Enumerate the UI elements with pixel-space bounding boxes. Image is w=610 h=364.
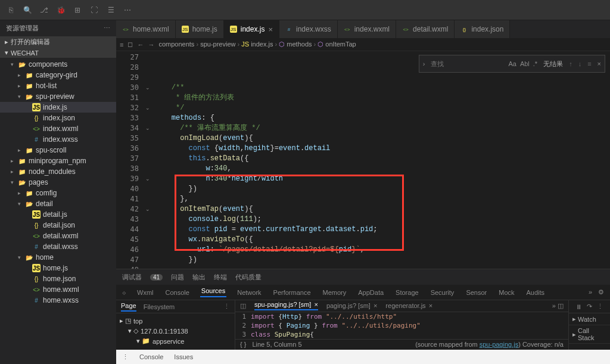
more-icon[interactable]: » bbox=[589, 288, 592, 296]
sidebar-toggle-icon[interactable]: ◫ bbox=[240, 302, 246, 310]
devtools-tab[interactable]: Storage bbox=[394, 289, 420, 296]
editor-tab[interactable]: <>home.wxml bbox=[116, 20, 176, 38]
breadcrumb-item[interactable]: components bbox=[158, 41, 194, 48]
source-tree-item[interactable]: ▾ ◇127.0.0.1:19138 bbox=[120, 326, 231, 336]
util1-icon[interactable]: ⛶ bbox=[87, 3, 101, 17]
tree-item[interactable]: ▾📂detail bbox=[0, 198, 116, 209]
debug-section[interactable]: ▸Call Stack bbox=[569, 325, 610, 344]
devtools-tab[interactable]: Performance bbox=[272, 289, 312, 296]
tree-item[interactable]: <>detail.wxml bbox=[0, 231, 116, 241]
tree-item[interactable]: ▸📁node_modules bbox=[0, 166, 116, 177]
editor-tab[interactable]: JShome.js bbox=[176, 20, 224, 38]
code-editor[interactable]: 2728293031323334353637383940414243444546… bbox=[116, 51, 610, 269]
tree-item[interactable]: ▾📂pages bbox=[0, 177, 116, 188]
debug-icon[interactable]: 🐞 bbox=[54, 3, 68, 17]
tree-item[interactable]: JSdetail.js bbox=[0, 209, 116, 220]
tree-item[interactable]: {}detail.json bbox=[0, 220, 116, 231]
tree-item[interactable]: ▾📂components bbox=[0, 59, 116, 70]
panel-tab[interactable]: 问题 bbox=[171, 273, 184, 282]
settings-icon[interactable]: ⚙ bbox=[598, 288, 604, 296]
project-header[interactable]: ▾ WECHAT bbox=[0, 48, 116, 58]
files-icon[interactable]: ⎘ bbox=[4, 3, 18, 17]
editor-tab[interactable]: JSindex.js× bbox=[224, 20, 279, 38]
tree-item[interactable]: ▸📁spu-scroll bbox=[0, 145, 116, 155]
tree-item[interactable]: ▾📂home bbox=[0, 252, 116, 263]
devtools-tab[interactable]: Sensor bbox=[465, 289, 488, 296]
step-over-icon[interactable]: ↷ bbox=[587, 303, 592, 310]
breadcrumb-item[interactable]: ⬡ onItemTap bbox=[318, 41, 356, 48]
devtools-tab[interactable]: Audits bbox=[525, 289, 546, 296]
debug-section[interactable]: ▸Watch bbox=[569, 313, 610, 325]
source-file-tab[interactable]: paging.js? [sm] × bbox=[326, 302, 377, 309]
tree-item[interactable]: #home.wxss bbox=[0, 295, 116, 306]
close-icon[interactable]: × bbox=[314, 301, 318, 308]
explorer-more-icon[interactable]: ⋯ bbox=[104, 24, 110, 32]
tree-item[interactable]: {}home.json bbox=[0, 273, 116, 284]
explorer-title: 资源管理器 bbox=[6, 24, 39, 33]
devtools-tab[interactable]: Network bbox=[236, 289, 262, 296]
filesystem-tab[interactable]: Filesystem bbox=[144, 303, 175, 310]
editor-tab[interactable]: <>detail.wxml bbox=[396, 20, 455, 38]
more-icon[interactable]: » ◫ bbox=[552, 302, 564, 310]
tree-item[interactable]: {}index.json bbox=[0, 113, 116, 123]
tree-item[interactable]: <>home.wxml bbox=[0, 284, 116, 295]
tree-item[interactable]: ▸📁category-gird bbox=[0, 70, 116, 80]
devtools-tab[interactable]: AppData bbox=[357, 289, 385, 296]
source-tree-item[interactable]: ▸ ◳top bbox=[120, 316, 231, 326]
breadcrumb-item[interactable]: spu-preview bbox=[200, 41, 235, 48]
devtools-tab[interactable]: Sources bbox=[200, 287, 226, 297]
source-file-tab[interactable]: spu-paging.js? [sm] × bbox=[254, 301, 318, 310]
devtools-tab[interactable]: Wxml bbox=[136, 289, 155, 296]
util2-icon[interactable]: ☰ bbox=[104, 3, 118, 17]
editor-tab[interactable]: #index.wxss bbox=[279, 20, 338, 38]
folder-icon: 📁 bbox=[25, 71, 33, 79]
list-icon[interactable]: ≡ bbox=[120, 41, 123, 48]
tree-item[interactable]: #detail.wxss bbox=[0, 241, 116, 252]
inspect-icon[interactable]: ⟐ bbox=[122, 289, 126, 296]
issues-tab[interactable]: Issues bbox=[174, 353, 193, 360]
panel-tab[interactable]: 代码质量 bbox=[235, 273, 262, 282]
devtools-tab[interactable]: Console bbox=[164, 289, 191, 296]
breadcrumb-item[interactable]: JS index.js bbox=[241, 41, 273, 48]
close-icon[interactable]: × bbox=[268, 25, 273, 34]
braces-icon[interactable]: { } bbox=[240, 341, 246, 348]
close-icon[interactable]: × bbox=[374, 302, 377, 309]
back-icon[interactable]: ← bbox=[137, 41, 144, 48]
panel-tab[interactable]: 调试器 bbox=[122, 273, 142, 282]
pause-icon[interactable]: ⏸ bbox=[575, 303, 582, 310]
source-tree-item[interactable]: ▾ 📁appservice bbox=[120, 336, 231, 346]
git-icon[interactable]: ⎇ bbox=[37, 3, 51, 17]
forward-icon[interactable]: → bbox=[148, 41, 154, 48]
drawer-toggle-icon[interactable]: ⋮ bbox=[122, 353, 129, 361]
open-editors-header[interactable]: ▸ 打开的编辑器 bbox=[0, 36, 116, 48]
page-tab[interactable]: Page bbox=[121, 302, 136, 312]
tree-item[interactable]: <>index.wxml bbox=[0, 123, 116, 134]
tree-item[interactable]: JSindex.js bbox=[0, 102, 116, 113]
source-file-tab[interactable]: regenerator.js × bbox=[385, 302, 432, 309]
more-icon[interactable]: ⋮ bbox=[223, 303, 230, 310]
editor-tab[interactable]: {}index.json bbox=[455, 20, 510, 38]
panel-tab[interactable]: 输出 bbox=[192, 273, 206, 282]
console-tab[interactable]: Console bbox=[139, 353, 163, 360]
close-icon[interactable]: × bbox=[429, 302, 432, 309]
editor-tab[interactable]: <>index.wxml bbox=[338, 20, 396, 38]
extensions-icon[interactable]: ⊞ bbox=[70, 3, 85, 17]
devtools-tab[interactable]: Security bbox=[430, 289, 456, 296]
devtools-tab[interactable]: Mock bbox=[497, 289, 515, 296]
tree-item[interactable]: ▸📁hot-list bbox=[0, 80, 116, 91]
breadcrumb-item[interactable]: ⬡ methods bbox=[279, 41, 312, 48]
source-code-view[interactable]: import {Http} from "../../utils/http"imp… bbox=[248, 312, 568, 339]
util3-icon[interactable]: ⋯ bbox=[120, 3, 135, 17]
bookmark-icon[interactable]: ◻ bbox=[127, 41, 133, 48]
devtools-tab[interactable]: Memory bbox=[322, 289, 348, 296]
panel-tab[interactable]: 终端 bbox=[214, 273, 227, 282]
tree-item[interactable]: ▾📂spu-preview bbox=[0, 91, 116, 102]
source-map-link[interactable]: spu-paging.js bbox=[480, 341, 518, 348]
search-icon[interactable]: 🔍 bbox=[20, 3, 35, 17]
js-icon: JS bbox=[182, 26, 189, 33]
tree-item[interactable]: #index.wxss bbox=[0, 134, 116, 145]
tree-item[interactable]: ▸📁miniprogram_npm bbox=[0, 155, 116, 166]
tree-item[interactable]: JShome.js bbox=[0, 263, 116, 273]
more-icon[interactable]: ⋮ bbox=[597, 303, 603, 310]
tree-item[interactable]: ▸📁comfig bbox=[0, 188, 116, 198]
